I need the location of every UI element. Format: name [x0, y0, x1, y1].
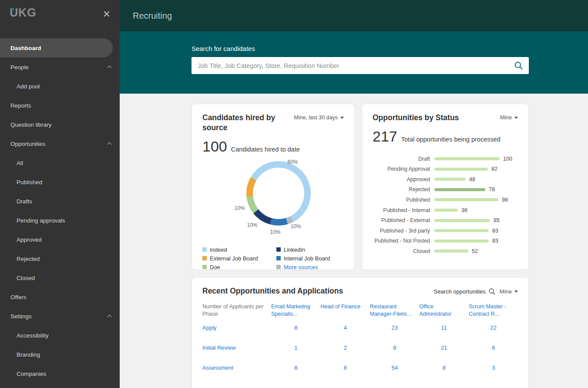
table-cell[interactable]: 8	[420, 358, 469, 378]
filter-label: Mine	[500, 115, 512, 121]
sidebar-item-drafts[interactable]: Drafts	[0, 192, 120, 211]
sidebar-item-rejected[interactable]: Rejected	[0, 249, 120, 268]
status-label: Published - 3rd party	[373, 228, 434, 234]
donut-chart[interactable]	[246, 161, 311, 226]
status-row-rejected: Rejected78	[373, 185, 518, 195]
status-bar	[434, 219, 490, 222]
table-column-header[interactable]: Head of Finance	[321, 303, 370, 318]
status-row-published-3rd-party: Published - 3rd party83	[373, 226, 518, 236]
status-label: Rejected	[373, 186, 434, 192]
legend-swatch	[202, 256, 207, 260]
status-label: Published	[373, 197, 434, 203]
sidebar-item-label: People	[10, 64, 29, 71]
table-column-header[interactable]: Email Marketing Specialis…	[271, 303, 321, 318]
table-cell[interactable]: 6	[469, 338, 518, 358]
sidebar: UKG Dashboard People Add pool Reports Qu…	[0, 0, 120, 388]
sidebar-nav: Dashboard People Add pool Reports Questi…	[0, 38, 120, 388]
table-column-header[interactable]: Restaurant Manager-Flemi…	[370, 303, 420, 318]
phase-link-assessment[interactable]: Assessment	[202, 358, 271, 378]
status-value: 52	[472, 248, 478, 254]
sidebar-item-label: Opportunities	[10, 141, 45, 147]
table-cell[interactable]: 8	[271, 318, 321, 338]
table-cell[interactable]: 4	[321, 318, 370, 338]
phase-link-apply[interactable]: Apply	[202, 318, 271, 338]
opportunities-total-caption: Total opportunities being processed	[401, 136, 501, 143]
sidebar-item-question-library[interactable]: Question library	[0, 115, 120, 134]
legend-swatch	[276, 247, 281, 252]
sidebar-item-opportunities[interactable]: Opportunities	[0, 134, 120, 153]
sidebar-item-accessibility[interactable]: Accessibility	[0, 326, 120, 345]
legend-label: LinkedIn	[284, 246, 305, 253]
donut-legend: Indeed LinkedIn External Job Board Inter…	[202, 246, 344, 270]
recent-filter-dropdown[interactable]: Mine	[500, 288, 518, 295]
status-value: 83	[492, 228, 498, 234]
status-label: Published - Not Posted	[373, 238, 434, 244]
table-cell[interactable]: 3	[469, 358, 518, 378]
status-value: 36	[461, 207, 467, 213]
status-bar	[434, 188, 485, 191]
sidebar-item-label: Rejected	[17, 256, 40, 262]
sidebar-item-label: Reports	[10, 102, 31, 109]
sidebar-item-settings[interactable]: Settings	[0, 307, 120, 326]
status-filter-dropdown[interactable]: Mine	[500, 115, 518, 121]
more-sources-link[interactable]: More sources	[276, 264, 344, 270]
caret-down-icon	[514, 117, 518, 119]
phase-link-initial-review[interactable]: Initial Review	[202, 338, 271, 358]
status-value: 100	[503, 156, 512, 162]
sidebar-item-people[interactable]: People	[0, 57, 120, 77]
sidebar-item-label: Offers	[10, 294, 27, 300]
table-cell[interactable]: 21	[420, 338, 469, 358]
table-cell[interactable]: 8	[321, 358, 370, 378]
candidate-search-input[interactable]	[192, 57, 529, 74]
hired-by-source-donut: 60% 10% 10% 10% 10%	[202, 156, 344, 243]
sidebar-item-label: Pending approvals	[17, 217, 65, 224]
sidebar-item-candidates[interactable]: Candidates	[0, 383, 120, 388]
candidates-hired-by-source-card: Candidates hired by source Mine, last 30…	[192, 104, 355, 270]
table-cell[interactable]: 22	[469, 318, 518, 338]
status-row-closed: Closed52	[373, 246, 518, 256]
donut-percent-label: 10%	[290, 223, 301, 229]
table-row-header-title: Number of Applicants per Phase	[202, 303, 271, 318]
close-sidebar-button[interactable]	[103, 10, 112, 18]
search-opportunities-button[interactable]: Search opportunities	[434, 288, 496, 295]
sidebar-item-published[interactable]: Published	[0, 172, 120, 192]
sidebar-item-pending-approvals[interactable]: Pending approvals	[0, 211, 120, 230]
sidebar-item-dashboard[interactable]: Dashboard	[0, 38, 113, 57]
table-cell[interactable]: 8	[370, 338, 420, 358]
search-opportunities-label: Search opportunities	[434, 288, 486, 295]
status-value: 98	[502, 197, 508, 203]
candidate-search-box	[192, 57, 529, 74]
close-icon	[103, 10, 110, 17]
filter-label: Mine, last 30 days	[294, 115, 338, 121]
status-row-published-internal: Published - Internal36	[373, 205, 518, 216]
table-cell[interactable]: 8	[271, 358, 321, 378]
table-cell[interactable]: 11	[420, 318, 469, 338]
sidebar-header: UKG	[0, 0, 120, 38]
table-cell[interactable]: 2	[321, 338, 370, 358]
legend-item-indeed: Indeed	[202, 246, 276, 253]
hired-by-source-filter-dropdown[interactable]: Mine, last 30 days	[294, 115, 344, 121]
search-banner-inner: Search for candidates	[192, 31, 529, 74]
sidebar-item-all[interactable]: All	[0, 153, 120, 172]
legend-swatch	[202, 247, 207, 252]
sidebar-item-companies[interactable]: Companies	[0, 364, 120, 383]
sidebar-item-branding[interactable]: Branding	[0, 345, 120, 364]
sidebar-item-approved[interactable]: Approved	[0, 230, 120, 249]
sidebar-item-add-pool[interactable]: Add pool	[0, 77, 120, 96]
sidebar-item-offers[interactable]: Offers	[0, 287, 120, 307]
table-cell[interactable]: 23	[370, 318, 420, 338]
legend-item-doe: Doe	[202, 264, 276, 270]
search-banner: Search for candidates	[120, 31, 588, 94]
table-column-header[interactable]: Scrum Master - Contract R…	[469, 303, 518, 318]
sidebar-item-label: Question library	[10, 121, 52, 128]
sidebar-item-closed[interactable]: Closed	[0, 268, 120, 287]
status-value: 83	[492, 238, 498, 244]
table-cell[interactable]: 1	[271, 338, 321, 358]
table-column-header[interactable]: Office Administrator	[420, 303, 469, 318]
search-icon[interactable]	[514, 61, 523, 70]
donut-hole	[253, 168, 304, 219]
table-cell[interactable]: 54	[370, 358, 420, 378]
candidates-hired-caption: Candidates hired to date	[231, 146, 300, 153]
chevron-up-icon	[108, 66, 112, 70]
sidebar-item-reports[interactable]: Reports	[0, 96, 120, 115]
